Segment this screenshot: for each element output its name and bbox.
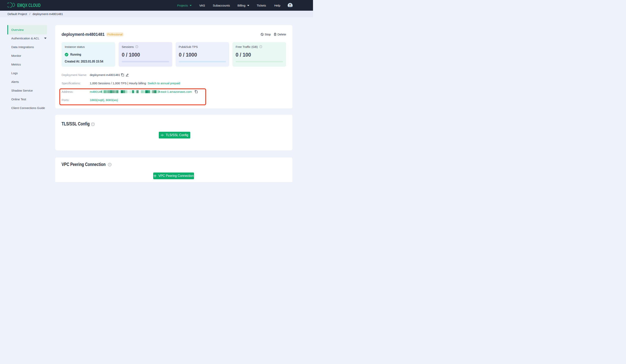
svg-text:?: ? [109, 163, 110, 166]
svg-text:?: ? [92, 123, 93, 125]
svg-text:EMQX CLOUD: EMQX CLOUD [17, 3, 40, 8]
svg-text:?: ? [136, 46, 137, 48]
svg-text:?: ? [260, 46, 261, 48]
